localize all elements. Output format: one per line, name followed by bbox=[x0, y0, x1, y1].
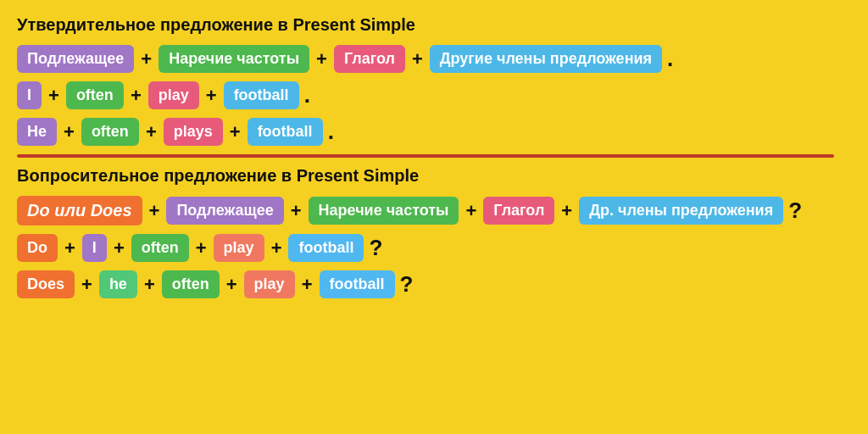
pill-often-4: often bbox=[162, 270, 220, 298]
example1-row: I + often + play + football . bbox=[17, 81, 851, 109]
pill-i: I bbox=[17, 81, 42, 109]
op-plus-4: + bbox=[48, 85, 59, 107]
pill-i-2: I bbox=[82, 234, 107, 262]
example2-row: He + often + plays + football . bbox=[17, 118, 851, 146]
op-plus-7: + bbox=[64, 121, 75, 143]
pill-adverb-label-2: Наречие частоты bbox=[309, 197, 459, 225]
pill-he-2: he bbox=[99, 270, 137, 298]
pill-football-1: football bbox=[224, 81, 299, 109]
pill-he: He bbox=[17, 118, 57, 146]
op-plus-3: + bbox=[412, 48, 423, 70]
op-plus-17: + bbox=[271, 237, 282, 259]
pill-does: Does bbox=[17, 270, 75, 298]
pill-plays: plays bbox=[164, 118, 223, 146]
pill-play-2: play bbox=[214, 234, 264, 262]
op-plus-5: + bbox=[131, 85, 142, 107]
pill-verb-label-2: Глагол bbox=[483, 197, 554, 225]
formula-row-2: Do или Does + Подлежащее + Наречие часто… bbox=[17, 196, 851, 225]
op-plus-18: + bbox=[81, 274, 92, 296]
punct-dot-1: . bbox=[667, 46, 673, 72]
pill-play-1: play bbox=[148, 81, 199, 109]
op-plus-13: + bbox=[561, 200, 572, 222]
pill-football-3: football bbox=[288, 234, 364, 262]
op-plus-8: + bbox=[146, 121, 157, 143]
pill-subject-label: Подлежащее bbox=[17, 45, 134, 73]
op-plus-20: + bbox=[226, 274, 237, 296]
op-plus-9: + bbox=[230, 121, 241, 143]
op-plus-1: + bbox=[141, 48, 152, 70]
pill-adverb-label: Наречие частоты bbox=[159, 45, 309, 73]
question-example2-row: Does + he + often + play + football ? bbox=[17, 270, 851, 298]
op-plus-10: + bbox=[149, 200, 160, 222]
pill-football-2: football bbox=[248, 118, 323, 146]
op-plus-14: + bbox=[64, 237, 75, 259]
op-plus-12: + bbox=[465, 200, 476, 222]
op-plus-19: + bbox=[144, 274, 155, 296]
formula-row-1: Подлежащее + Наречие частоты + Глагол + … bbox=[17, 45, 851, 73]
main-container: Утвердительное предложение в Present Sim… bbox=[0, 0, 868, 322]
pill-often-2: often bbox=[81, 118, 139, 146]
pill-football-4: football bbox=[320, 270, 395, 298]
pill-do-does-label: Do или Does bbox=[17, 196, 142, 225]
punct-question-3: ? bbox=[400, 271, 414, 298]
section2-title: Вопросительное предложение в Present Sim… bbox=[17, 166, 851, 186]
punct-question-1: ? bbox=[788, 198, 802, 224]
pill-subject-label-2: Подлежащее bbox=[166, 197, 283, 225]
op-plus-6: + bbox=[206, 85, 217, 107]
section1-title: Утвердительное предложение в Present Sim… bbox=[17, 15, 851, 35]
op-plus-11: + bbox=[291, 200, 302, 222]
pill-verb-label: Глагол bbox=[334, 45, 405, 73]
punct-dot-2: . bbox=[304, 82, 310, 108]
pill-other-label-2: Др. члены предложения bbox=[579, 197, 783, 225]
pill-do: Do bbox=[17, 234, 58, 262]
section-divider bbox=[17, 154, 834, 158]
pill-often-3: often bbox=[131, 234, 189, 262]
question-example1-row: Do + I + often + play + football ? bbox=[17, 234, 851, 262]
punct-question-2: ? bbox=[369, 235, 382, 261]
pill-often-1: often bbox=[66, 81, 124, 109]
op-plus-21: + bbox=[302, 274, 313, 296]
op-plus-15: + bbox=[114, 237, 125, 259]
pill-other-label: Другие члены предложения bbox=[430, 45, 662, 73]
op-plus-2: + bbox=[316, 48, 327, 70]
pill-play-3: play bbox=[244, 270, 295, 298]
punct-dot-3: . bbox=[328, 119, 334, 145]
op-plus-16: + bbox=[196, 237, 207, 259]
